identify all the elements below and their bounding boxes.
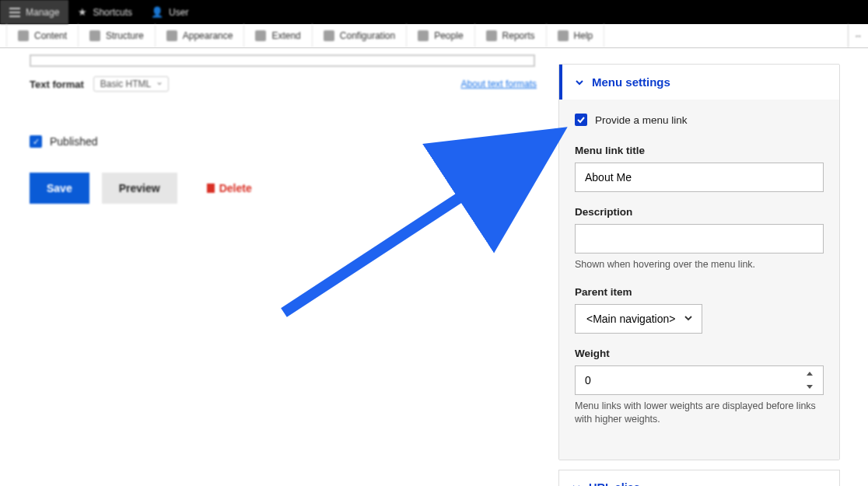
toolbar-content[interactable]: Content bbox=[6, 24, 79, 47]
toolbar-help[interactable]: Help bbox=[547, 24, 605, 47]
save-button[interactable]: Save bbox=[30, 173, 89, 204]
toolbar-help-label: Help bbox=[574, 30, 593, 41]
toolbar-orientation-toggle[interactable]: ↔ bbox=[848, 24, 868, 47]
topbar-shortcuts[interactable]: ★ Shortcuts bbox=[68, 0, 142, 24]
orientation-icon: ↔ bbox=[854, 31, 863, 40]
star-icon: ★ bbox=[78, 6, 87, 18]
chevron-down-icon bbox=[572, 483, 581, 487]
menu-link-title-label: Menu link title bbox=[575, 145, 824, 156]
toolbar-content-label: Content bbox=[34, 30, 67, 41]
menu-description-label: Description bbox=[575, 206, 824, 218]
provide-menu-checkbox[interactable] bbox=[575, 114, 587, 126]
parent-item-field: Parent item <Main navigation> bbox=[575, 286, 824, 334]
chevron-down-icon bbox=[575, 78, 584, 87]
url-alias-title: URL alias bbox=[589, 481, 640, 487]
hamburger-icon bbox=[9, 8, 20, 17]
topbar-user-label: User bbox=[169, 7, 188, 18]
topbar-shortcuts-label: Shortcuts bbox=[93, 7, 132, 18]
parent-item-value: <Main navigation> bbox=[586, 313, 675, 325]
toolbar-appearance[interactable]: Appearance bbox=[156, 24, 245, 47]
url-alias-panel: URL alias bbox=[558, 470, 840, 487]
main-area: Text format Basic HTML About text format… bbox=[0, 48, 868, 486]
provide-menu-row: Provide a menu link bbox=[575, 114, 824, 126]
body-editor[interactable] bbox=[30, 54, 535, 67]
action-buttons: Save Preview Delete bbox=[30, 173, 555, 204]
published-label: Published bbox=[50, 135, 98, 148]
about-text-formats-link[interactable]: About text formats bbox=[461, 79, 537, 89]
toolbar-reports[interactable]: Reports bbox=[475, 24, 547, 47]
weight-label: Weight bbox=[575, 348, 824, 359]
menu-settings-header[interactable]: Menu settings bbox=[559, 65, 839, 100]
menu-link-title-input[interactable] bbox=[575, 163, 824, 192]
delete-label: Delete bbox=[219, 182, 252, 194]
help-icon bbox=[558, 30, 569, 41]
topbar-manage-label: Manage bbox=[26, 7, 59, 18]
menu-settings-title: Menu settings bbox=[592, 75, 670, 89]
chevron-down-icon bbox=[684, 313, 693, 323]
topbar-manage[interactable]: Manage bbox=[0, 0, 68, 24]
text-format-select[interactable]: Basic HTML bbox=[93, 76, 169, 92]
admin-toolbar: Content Structure Appearance Extend Conf… bbox=[0, 24, 868, 48]
structure-icon bbox=[89, 30, 100, 41]
extend-icon bbox=[255, 30, 266, 41]
toolbar-reports-label: Reports bbox=[502, 30, 535, 41]
toolbar-structure-label: Structure bbox=[106, 30, 144, 41]
preview-button[interactable]: Preview bbox=[102, 173, 177, 204]
published-checkbox[interactable] bbox=[30, 135, 42, 148]
weight-input[interactable] bbox=[575, 365, 824, 395]
content-icon bbox=[18, 30, 29, 41]
admin-topbar: Manage ★ Shortcuts 👤 User bbox=[0, 0, 868, 24]
weight-field: Weight Menu links with lower weights are… bbox=[575, 348, 824, 427]
delete-button[interactable]: Delete bbox=[190, 173, 269, 204]
menu-settings-body: Provide a menu link Menu link title Desc… bbox=[559, 100, 839, 460]
people-icon bbox=[418, 30, 429, 41]
menu-settings-panel: Menu settings Provide a menu link Menu l… bbox=[558, 64, 840, 460]
toolbar-people-label: People bbox=[434, 30, 463, 41]
parent-item-label: Parent item bbox=[575, 286, 824, 298]
menu-description-help: Shown when hovering over the menu link. bbox=[575, 258, 824, 272]
topbar-user[interactable]: 👤 User bbox=[142, 0, 198, 24]
toolbar-extend[interactable]: Extend bbox=[244, 24, 312, 47]
text-format-row: Text format Basic HTML About text format… bbox=[30, 76, 555, 92]
user-icon: 👤 bbox=[151, 6, 163, 18]
toolbar-extend-label: Extend bbox=[271, 30, 300, 41]
published-row: Published bbox=[30, 135, 555, 148]
reports-icon bbox=[486, 30, 497, 41]
right-column: Menu settings Provide a menu link Menu l… bbox=[558, 64, 840, 486]
toolbar-configuration[interactable]: Configuration bbox=[313, 24, 407, 47]
url-alias-header[interactable]: URL alias bbox=[559, 470, 839, 487]
appearance-icon bbox=[166, 30, 177, 41]
weight-stepper[interactable] bbox=[807, 372, 817, 389]
left-column: Text format Basic HTML About text format… bbox=[0, 48, 555, 204]
trash-icon bbox=[207, 184, 215, 193]
text-format-label: Text format bbox=[30, 79, 84, 90]
menu-description-input[interactable] bbox=[575, 224, 824, 253]
toolbar-people[interactable]: People bbox=[407, 24, 474, 47]
weight-help: Menu links with lower weights are displa… bbox=[575, 400, 824, 427]
toolbar-configuration-label: Configuration bbox=[340, 30, 395, 41]
menu-link-title-field: Menu link title bbox=[575, 145, 824, 192]
provide-menu-label: Provide a menu link bbox=[595, 114, 688, 126]
toolbar-appearance-label: Appearance bbox=[183, 30, 233, 41]
toolbar-structure[interactable]: Structure bbox=[79, 24, 156, 47]
config-icon bbox=[324, 30, 334, 41]
text-format-value: Basic HTML bbox=[100, 79, 151, 89]
parent-item-select[interactable]: <Main navigation> bbox=[575, 304, 702, 334]
menu-description-field: Description Shown when hovering over the… bbox=[575, 206, 824, 272]
